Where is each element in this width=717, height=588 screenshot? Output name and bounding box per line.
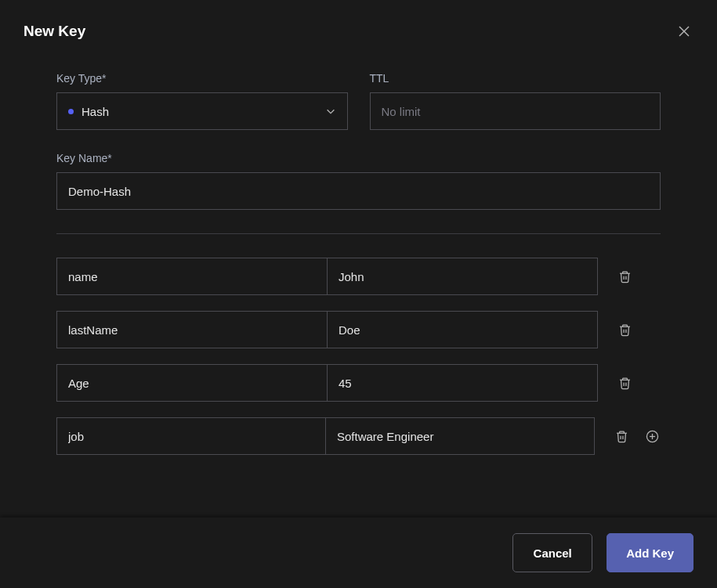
- trash-icon: [615, 430, 628, 443]
- row-type-ttl: Key Type* Hash TTL: [56, 72, 661, 130]
- hash-fields-list: [56, 258, 661, 455]
- trash-icon: [618, 270, 632, 283]
- key-type-label: Key Type*: [56, 72, 348, 85]
- ttl-input[interactable]: [370, 92, 661, 130]
- new-key-modal: New Key Key Type* Hash: [0, 0, 717, 588]
- delete-field-button[interactable]: [617, 269, 633, 285]
- hash-field-value-input[interactable]: [327, 311, 598, 348]
- add-field-button[interactable]: [644, 428, 661, 445]
- hash-field-value-input[interactable]: [327, 258, 598, 295]
- plus-circle-icon: [646, 430, 659, 443]
- add-key-button[interactable]: Add Key: [607, 533, 693, 572]
- hash-type-indicator-icon: [68, 109, 74, 114]
- hash-field-row: [56, 364, 661, 402]
- ttl-group: TTL: [370, 72, 661, 130]
- hash-field-row: [56, 417, 661, 455]
- delete-field-button[interactable]: [617, 322, 633, 338]
- hash-field-value-input[interactable]: [327, 364, 598, 402]
- ttl-label: TTL: [370, 72, 661, 85]
- key-type-value: Hash: [81, 105, 109, 118]
- key-type-group: Key Type* Hash: [56, 72, 348, 130]
- key-type-select[interactable]: Hash: [56, 92, 348, 130]
- divider: [56, 233, 661, 234]
- hash-field-row: [56, 311, 661, 348]
- hash-field-row: [56, 258, 661, 295]
- hash-field-name-input[interactable]: [56, 258, 327, 295]
- key-name-input[interactable]: [56, 172, 661, 210]
- key-name-label: Key Name*: [56, 152, 661, 164]
- trash-icon: [618, 323, 632, 337]
- modal-title: New Key: [24, 23, 85, 40]
- key-name-group: Key Name*: [56, 152, 661, 210]
- hash-field-value-input[interactable]: [325, 417, 595, 455]
- delete-field-button[interactable]: [617, 375, 633, 391]
- modal-header: New Key: [0, 0, 717, 56]
- close-icon: [678, 25, 690, 38]
- hash-field-name-input[interactable]: [56, 417, 325, 455]
- cancel-button[interactable]: Cancel: [512, 533, 592, 572]
- chevron-down-icon: [325, 106, 336, 117]
- modal-body: Key Type* Hash TTL: [0, 56, 717, 518]
- hash-field-name-input[interactable]: [56, 364, 327, 402]
- close-button[interactable]: [675, 22, 693, 41]
- delete-field-button[interactable]: [614, 428, 630, 445]
- trash-icon: [618, 377, 632, 390]
- modal-footer: Cancel Add Key: [0, 518, 717, 588]
- hash-field-name-input[interactable]: [56, 311, 327, 348]
